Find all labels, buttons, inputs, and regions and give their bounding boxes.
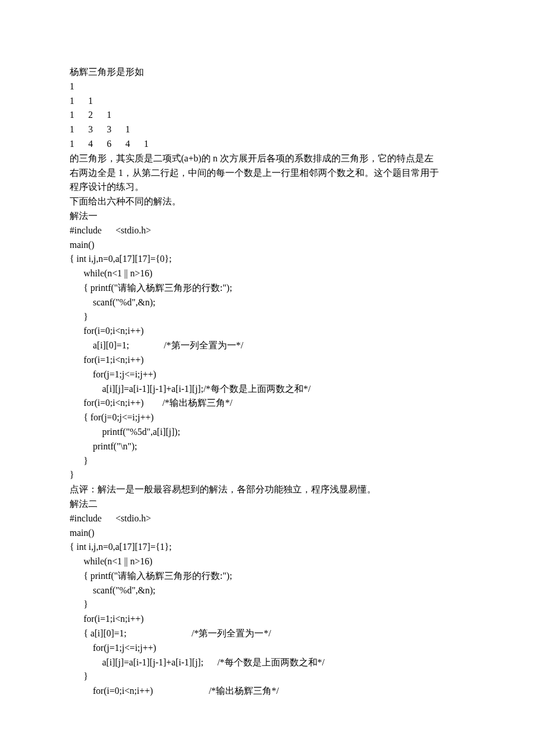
code-line: while(n<1 || n>16) bbox=[70, 555, 464, 569]
code-line: #include <stdio.h> bbox=[70, 512, 464, 526]
code-line: for(i=1;i<n;i++) bbox=[70, 612, 464, 627]
code-line: a[i][j]=a[i-1][j-1]+a[i-1][j]; /*每个数是上面两… bbox=[70, 656, 464, 670]
text-line: 解法二 bbox=[70, 497, 464, 512]
code-line: for(i=0;i<n;i++) /*输出杨辉三角*/ bbox=[70, 684, 464, 699]
code-line: } bbox=[70, 597, 464, 612]
code-line: #include <stdio.h> bbox=[70, 224, 464, 238]
code-line: { printf("请输入杨辉三角形的行数:"); bbox=[70, 281, 464, 296]
code-line: } bbox=[70, 454, 464, 469]
text-line: 的三角形，其实质是二项式(a+b)的 n 次方展开后各项的系数排成的三角形，它的… bbox=[70, 152, 464, 166]
code-line: printf("\n"); bbox=[70, 440, 464, 454]
code-line: } bbox=[70, 468, 464, 483]
code-line: for(i=1;i<n;i++) bbox=[70, 353, 464, 368]
text-line: 1 3 3 1 bbox=[70, 123, 464, 137]
code-line: scanf("%d",&n); bbox=[70, 584, 464, 598]
text-line: 1 4 6 4 1 bbox=[70, 137, 464, 152]
code-line: for(i=0;i<n;i++) bbox=[70, 324, 464, 339]
document-page: 杨辉三角形是形如 1 1 1 1 2 1 1 3 3 1 1 4 6 4 1 的… bbox=[0, 0, 534, 756]
text-line: 解法一 bbox=[70, 209, 464, 224]
text-line: 杨辉三角形是形如 bbox=[70, 65, 464, 80]
code-line: printf("%5d",a[i][j]); bbox=[70, 425, 464, 440]
code-line: a[i][j]=a[i-1][j-1]+a[i-1][j];/*每个数是上面两数… bbox=[70, 382, 464, 397]
code-line: while(n<1 || n>16) bbox=[70, 267, 464, 281]
code-line: } bbox=[70, 669, 464, 684]
text-line: 1 bbox=[70, 80, 464, 94]
code-line: a[i][0]=1; /*第一列全置为一*/ bbox=[70, 339, 464, 353]
code-line: scanf("%d",&n); bbox=[70, 296, 464, 310]
code-line: { a[i][0]=1; /*第一列全置为一*/ bbox=[70, 627, 464, 641]
code-line: for(j=1;j<=i;j++) bbox=[70, 368, 464, 382]
code-line: { for(j=0;j<=i;j++) bbox=[70, 411, 464, 425]
text-line: 1 2 1 bbox=[70, 108, 464, 123]
code-line: for(j=1;j<=i;j++) bbox=[70, 641, 464, 656]
text-line: 1 1 bbox=[70, 94, 464, 109]
code-line: main() bbox=[70, 238, 464, 253]
text-line: 点评：解法一是一般最容易想到的解法，各部分功能独立，程序浅显易懂。 bbox=[70, 483, 464, 497]
code-line: { int i,j,n=0,a[17][17]={1}; bbox=[70, 540, 464, 555]
code-line: main() bbox=[70, 526, 464, 541]
code-line: for(i=0;i<n;i++) /*输出杨辉三角*/ bbox=[70, 396, 464, 411]
text-line: 下面给出六种不同的解法。 bbox=[70, 195, 464, 209]
text-line: 右两边全是 1，从第二行起，中间的每一个数是上一行里相邻两个数之和。这个题目常用… bbox=[70, 166, 464, 181]
code-line: { int i,j,n=0,a[17][17]={0}; bbox=[70, 252, 464, 267]
code-line: } bbox=[70, 310, 464, 325]
text-line: 程序设计的练习。 bbox=[70, 180, 464, 195]
code-line: { printf("请输入杨辉三角形的行数:"); bbox=[70, 569, 464, 584]
